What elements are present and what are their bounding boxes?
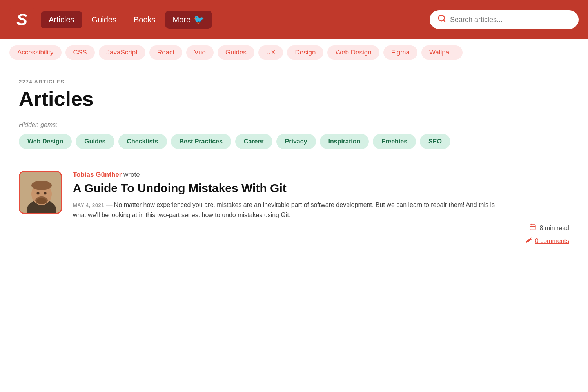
more-icon: 🐦 — [194, 15, 204, 25]
article-excerpt: No matter how experienced you are, mista… — [73, 201, 495, 218]
article-content: Tobias Günther wrote A Guide To Undoing … — [73, 171, 569, 245]
svg-point-11 — [36, 198, 47, 204]
gem-best-practices[interactable]: Best Practices — [171, 134, 231, 149]
logo[interactable]: S — [9, 7, 34, 32]
articles-count: 2274 ARTICLES — [19, 79, 569, 85]
hidden-gems-label: Hidden gems: — [19, 122, 569, 129]
author-line: Tobias Günther wrote — [73, 171, 569, 179]
search-icon — [437, 14, 446, 25]
author-name-link[interactable]: Tobias Günther — [73, 171, 122, 178]
main-nav: Articles Guides Books More 🐦 — [41, 11, 426, 29]
avatar-image — [20, 172, 62, 214]
header: S Articles Guides Books More 🐦 — [0, 0, 588, 39]
leaf-icon — [525, 236, 532, 245]
nav-guides[interactable]: Guides — [84, 11, 124, 28]
gem-checklists[interactable]: Checklists — [118, 134, 167, 149]
article-text: MAY 4, 2021 — No matter how experienced … — [73, 200, 499, 221]
read-time-stat: 8 min read — [529, 223, 569, 232]
svg-point-8 — [44, 192, 47, 195]
category-pill-css[interactable]: CSS — [65, 45, 95, 60]
logo-letter: S — [16, 10, 27, 29]
svg-line-1 — [443, 20, 445, 22]
category-pill-ux[interactable]: UX — [258, 45, 283, 60]
main-content: 2274 ARTICLES Articles Hidden gems: Web … — [0, 66, 588, 258]
search-input[interactable] — [450, 16, 571, 24]
gem-freebies[interactable]: Freebies — [373, 134, 416, 149]
gem-seo[interactable]: SEO — [420, 134, 450, 149]
svg-point-7 — [37, 192, 40, 195]
gem-guides[interactable]: Guides — [76, 134, 114, 149]
more-label: More — [173, 15, 191, 24]
article-title[interactable]: A Guide To Undoing Mistakes With Git — [73, 181, 569, 195]
article-body-row: MAY 4, 2021 — No matter how experienced … — [73, 200, 569, 245]
comments-link[interactable]: 0 comments — [535, 238, 569, 245]
nav-books[interactable]: Books — [126, 11, 163, 28]
article-date: MAY 4, 2021 — [73, 202, 104, 208]
read-time-text: 8 min read — [539, 225, 569, 232]
author-avatar[interactable] — [19, 171, 62, 214]
category-pill-guides[interactable]: Guides — [218, 45, 254, 60]
category-pill-accessibility[interactable]: Accessibility — [9, 45, 62, 60]
author-wrote: wrote — [123, 171, 140, 178]
search-bar — [430, 10, 579, 29]
article-dash: — — [106, 201, 114, 208]
article-card: Tobias Günther wrote A Guide To Undoing … — [19, 165, 569, 245]
category-pill-webdesign[interactable]: Web Design — [327, 45, 379, 60]
gem-inspiration[interactable]: Inspiration — [320, 134, 369, 149]
comments-stat: 0 comments — [525, 236, 569, 245]
category-pill-wallpa[interactable]: Wallpa... — [421, 45, 463, 60]
page-title: Articles — [19, 87, 569, 111]
svg-point-6 — [31, 181, 52, 190]
nav-more[interactable]: More 🐦 — [165, 11, 212, 29]
calendar-icon — [529, 223, 536, 232]
gem-web-design[interactable]: Web Design — [19, 134, 72, 149]
gems-pills: Web Design Guides Checklists Best Practi… — [19, 134, 569, 149]
category-pill-figma[interactable]: Figma — [383, 45, 417, 60]
category-pill-javascript[interactable]: JavaScript — [99, 45, 145, 60]
category-pill-react[interactable]: React — [149, 45, 182, 60]
nav-articles[interactable]: Articles — [41, 11, 82, 28]
category-pill-design[interactable]: Design — [287, 45, 323, 60]
gem-privacy[interactable]: Privacy — [276, 134, 316, 149]
category-bar: Accessibility CSS JavaScript React Vue G… — [0, 39, 588, 66]
gem-career[interactable]: Career — [235, 134, 272, 149]
category-pill-vue[interactable]: Vue — [186, 45, 214, 60]
svg-rect-12 — [530, 225, 536, 230]
article-stats: 8 min read 0 comments — [506, 200, 569, 245]
